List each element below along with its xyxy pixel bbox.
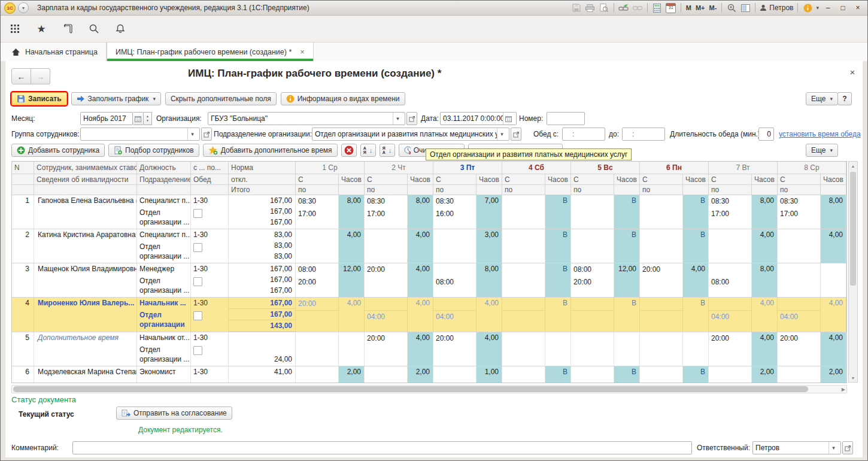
day-from-to-cell[interactable] [502,263,545,297]
day-hours-cell[interactable]: В [545,263,571,297]
day-from-to-cell[interactable]: 04:00 [365,298,408,332]
day-hours-cell[interactable]: В [614,298,640,332]
scroll-up-icon[interactable]: ▲ [849,162,857,170]
set-lunch-time-link[interactable]: установить время обеда [779,130,861,138]
col-deviation-header[interactable]: откл. [229,174,296,185]
day-hours-cell[interactable]: 4,00 [752,229,778,263]
print-icon[interactable] [585,2,596,13]
day-hours-cell[interactable]: 4,00 [683,263,709,297]
day-from-to-cell[interactable]: 20:00 [709,332,752,366]
period-cell[interactable]: 1-30 [191,229,229,263]
day-hours-cell[interactable]: 12,00 [614,263,640,297]
day-hours-cell[interactable]: 4,00 [752,332,778,366]
employee-group-input[interactable]: ▾ [80,128,200,141]
month-spinner[interactable]: ▲▼ [144,112,152,125]
help-button[interactable]: ? [837,92,852,105]
col-employee-header[interactable]: Сотрудник, занимаемых ставок [34,162,137,174]
info-dropdown-icon[interactable]: ▾ [816,5,819,11]
day-from-to-cell[interactable] [571,366,614,383]
col-position-header[interactable]: Должность [137,162,191,174]
scroll-down-icon[interactable]: ▼ [849,374,857,382]
day-from-to-cell[interactable] [502,332,545,366]
day-from-to-cell[interactable] [571,195,614,229]
dropdown-icon[interactable]: ▾ [497,128,506,140]
day-hours-cell[interactable]: 4,00 [408,332,433,366]
day-hours-cell[interactable]: 4,00 [477,332,502,366]
day-hours-cell[interactable] [545,332,571,366]
day-from-to-cell[interactable] [640,332,683,366]
notifications-bell-icon[interactable] [114,23,126,35]
day-from-to-cell[interactable] [571,298,614,332]
employee-name[interactable]: Модзелевская Марина Степан... [34,366,137,383]
day-hours-cell[interactable]: 4,00 [339,229,365,263]
day-header[interactable]: 6 Пн [640,162,709,174]
period-cell[interactable]: 1-30 [191,195,229,229]
period-cell[interactable]: 1-30 [191,298,229,332]
day-hours-cell[interactable]: 8,00 [752,195,778,229]
organization-open-button[interactable] [406,112,417,125]
lunch-length-input[interactable]: 0 [758,128,774,141]
table-row[interactable]: 5Дополнительное времяНачальник от...Отде… [12,332,846,366]
day-from-to-cell[interactable]: 04:00 [433,298,477,332]
save-button[interactable]: Записать [11,92,67,105]
pick-employees-button[interactable]: Подбор сотрудников [108,144,199,157]
day-from-to-cell[interactable]: 20:00 [640,263,683,297]
day-from-to-cell[interactable] [571,332,614,366]
day-hours-cell[interactable]: В [545,195,571,229]
sort-descending-button[interactable]: ЯА ↓ [380,144,395,157]
form-close-button[interactable]: × [847,67,858,77]
memory-m-minus-button[interactable]: М- [709,4,718,11]
day-from-to-cell[interactable] [709,229,752,263]
close-button[interactable]: × [852,4,864,12]
norm-cell[interactable]: 167,00167,00143,00 [229,298,296,332]
split-view-icon[interactable] [740,2,751,13]
responsible-input[interactable]: Петров▾ [752,441,841,454]
employee-group-open-button[interactable] [201,128,212,141]
day-from-to-cell[interactable]: 08:3017:00 [365,195,408,229]
table-row[interactable]: 3Мащенок Юлия Владимировна...МенеджерОтд… [12,263,846,298]
day-from-to-cell[interactable] [296,366,339,383]
day-from-to-cell[interactable] [778,366,821,383]
period-cell[interactable]: 1-30 [191,263,229,297]
vertical-scroll-thumb[interactable] [850,172,856,286]
day-hours-cell[interactable]: 8,00 [821,195,846,229]
day-from-to-cell[interactable] [640,366,683,383]
date-calendar-button[interactable] [503,113,514,125]
day-hours-cell[interactable] [339,332,365,366]
lunch-checkbox[interactable] [193,346,202,355]
position-cell[interactable]: Специалист п...Отдел организации ... [137,195,191,229]
day-from-to-cell[interactable]: 04:00 [709,298,752,332]
day-from-to-cell[interactable] [502,195,545,229]
vertical-scrollbar[interactable]: ▲ ▼ [848,161,858,383]
day-from-to-cell[interactable] [778,263,821,297]
maximize-button[interactable]: □ [837,4,849,12]
day-header[interactable]: 1 Ср [296,162,365,174]
tab-close-icon[interactable]: × [300,47,305,56]
day-hours-cell[interactable]: 8,00 [752,263,778,297]
horizontal-scrollbar[interactable]: ▶ [11,385,847,393]
lunch-from-input[interactable]: : [562,128,605,141]
hide-extra-fields-button[interactable]: Скрыть дополнительные поля [165,92,277,105]
day-hours-cell[interactable] [821,263,846,297]
col-period-header[interactable]: с ... по... [191,162,229,174]
favorites-star-icon[interactable]: ★ [35,23,47,35]
info-icon[interactable] [802,2,813,13]
month-input[interactable]: Ноябрь 2017 [80,112,133,125]
print-preview-icon[interactable] [599,2,609,13]
day-hours-cell[interactable]: 3,00 [477,229,502,263]
send-for-approval-button[interactable]: Отправить на согласование [116,407,232,420]
day-hours-cell[interactable]: 4,00 [408,229,433,263]
day-from-to-cell[interactable] [296,229,339,263]
day-from-to-cell[interactable]: 08:3017:00 [296,195,339,229]
day-hours-cell[interactable]: 4,00 [408,263,433,297]
day-from-to-cell[interactable] [502,229,545,263]
day-from-to-cell[interactable] [365,366,408,383]
zoom-icon[interactable] [726,2,737,13]
position-cell[interactable]: Начальник ...Отдел организации [137,298,191,332]
day-from-to-cell[interactable] [502,298,545,332]
col-department-header[interactable]: Подразделение [137,174,191,185]
table-row[interactable]: 4Мироненко Юлия Валерь...Начальник ...От… [12,298,846,332]
add-extra-time-button[interactable]: Добавить дополнительное время [203,144,338,157]
day-hours-cell[interactable]: В [614,366,640,383]
day-from-to-cell[interactable]: 20:00 [365,263,408,297]
